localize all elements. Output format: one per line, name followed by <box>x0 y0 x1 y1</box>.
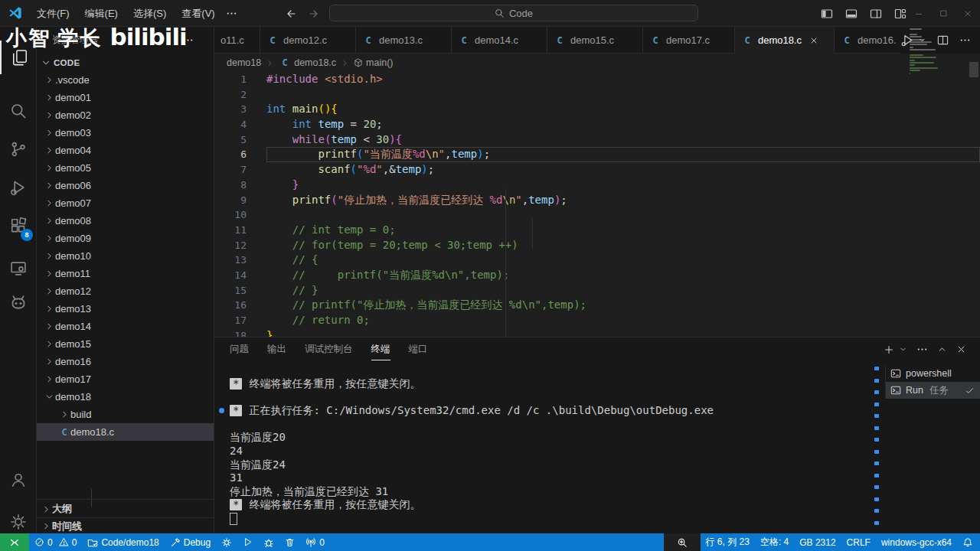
minimap[interactable] <box>910 28 949 75</box>
tab-o11.c[interactable]: o11.c <box>214 27 260 54</box>
account-icon[interactable] <box>0 463 36 497</box>
maximize-panel-icon[interactable] <box>937 344 947 354</box>
tree-item-demo06[interactable]: demo06 <box>37 177 214 194</box>
tab-demo16[interactable]: Cdemo16. <box>835 27 907 54</box>
toggle-sidebar-icon[interactable] <box>821 8 833 20</box>
menu-item-2[interactable]: 编辑(E) <box>77 5 126 23</box>
tree-item-demo15[interactable]: demo15 <box>37 335 214 353</box>
panel-tab-端口[interactable]: 端口 <box>409 343 428 360</box>
back-icon[interactable] <box>285 8 297 20</box>
ai-assistant-icon[interactable] <box>0 285 36 319</box>
tree-item-demo01[interactable]: demo01 <box>37 89 214 106</box>
search-sidebar-icon[interactable] <box>0 94 36 128</box>
bug-status-icon[interactable] <box>258 533 279 551</box>
code-line: 13 // { <box>214 253 980 268</box>
panel-tab-调试控制台[interactable]: 调试控制台 <box>305 343 353 360</box>
menu-item-1[interactable]: 文件(F) <box>29 5 77 23</box>
problems-status[interactable]: 0 0 <box>29 533 82 551</box>
tree-item-label: demo08 <box>55 215 91 227</box>
tree-item-demo03[interactable]: demo03 <box>37 124 214 142</box>
remote-explorer-icon[interactable] <box>0 251 36 285</box>
tab-demo14.c[interactable]: Cdemo14.c <box>452 27 547 54</box>
command-center-search[interactable]: Code <box>329 5 698 21</box>
breadcrumb-item-demo18c[interactable]: Cdemo18.c <box>279 57 336 68</box>
tree-item-demo16[interactable]: demo16 <box>37 353 214 370</box>
tree-item-demo08[interactable]: demo08 <box>37 212 214 230</box>
toggle-secondary-sidebar-icon[interactable] <box>870 8 882 20</box>
trash-status-icon[interactable] <box>279 533 300 551</box>
workspace-section-header[interactable]: CODE <box>40 57 80 68</box>
tree-item-demo05[interactable]: demo05 <box>37 159 214 177</box>
menu-item-4[interactable]: 查看(V) <box>174 5 222 23</box>
close-window-icon[interactable] <box>956 9 980 18</box>
toggle-panel-icon[interactable] <box>845 8 858 20</box>
tab-demo18.c[interactable]: Cdemo18.c <box>735 27 835 54</box>
forward-icon[interactable] <box>308 8 320 20</box>
breadcrumb-item-demo18[interactable]: demo18 <box>227 57 261 68</box>
tree-item-demo11[interactable]: demo11 <box>37 265 214 282</box>
tree-item-demo07[interactable]: demo07 <box>37 194 214 212</box>
code-editor[interactable]: 1#include <stdio.h>23int main(){4 int te… <box>214 72 980 337</box>
ports-status[interactable]: 0 <box>300 533 330 551</box>
run-task-status-icon[interactable] <box>237 533 258 551</box>
tree-item-demo17[interactable]: demo17 <box>37 370 214 388</box>
panel-tab-输出[interactable]: 输出 <box>267 343 286 360</box>
notifications-bell-icon[interactable] <box>957 533 978 551</box>
tree-item-demo02[interactable]: demo02 <box>37 106 214 124</box>
terminal-scroll-decoration <box>874 390 879 394</box>
source-control-icon[interactable] <box>0 132 36 166</box>
debug-status[interactable]: Debug <box>165 533 216 551</box>
menu-overflow-icon[interactable] <box>226 8 237 19</box>
run-debug-icon[interactable] <box>0 171 36 204</box>
close-tab-icon[interactable] <box>809 36 818 45</box>
editor-scrollbar[interactable] <box>969 62 978 77</box>
panel-tab-问题[interactable]: 问题 <box>230 343 249 360</box>
eol-status[interactable]: CRLF <box>841 533 876 551</box>
timeline-section[interactable]: 时间线 <box>37 517 214 534</box>
terminal-dropdown-chevron-icon[interactable] <box>899 345 907 354</box>
tab-demo15.c[interactable]: Cdemo15.c <box>547 27 643 54</box>
terminal-instance-powershell[interactable]: powershell <box>886 365 980 382</box>
zoom-status-icon[interactable] <box>664 533 701 551</box>
new-terminal-icon[interactable] <box>884 344 894 355</box>
tab-demo12.c[interactable]: Cdemo12.c <box>260 27 356 54</box>
tree-item-.vscode[interactable]: .vscode <box>37 71 214 89</box>
cursor-position-status[interactable]: 行 6, 列 23 <box>701 533 755 551</box>
explorer-icon[interactable] <box>0 41 38 74</box>
maximize-icon[interactable] <box>931 9 956 18</box>
tree-item-build[interactable]: build <box>37 406 214 423</box>
panel-more-actions-icon[interactable] <box>916 344 928 355</box>
settings-status-icon[interactable] <box>216 533 237 551</box>
tree-item-demo09[interactable]: demo09 <box>37 230 214 247</box>
editor-more-actions-icon[interactable] <box>959 34 971 46</box>
tree-item-demo12[interactable]: demo12 <box>37 282 214 300</box>
terminal-instance-Run[interactable]: Run任务 <box>886 382 980 399</box>
nav-history <box>285 0 320 27</box>
terminal-output[interactable]: *终端将被任务重用，按任意键关闭。*正在执行任务: C:/Windows/Sys… <box>214 377 873 526</box>
tree-item-demo13[interactable]: demo13 <box>37 300 214 318</box>
tree-item-demo18.c[interactable]: Cdemo18.c <box>37 423 214 441</box>
tree-item-demo18[interactable]: demo18 <box>37 388 214 406</box>
menu-item-3[interactable]: 选择(S) <box>126 5 174 23</box>
compiler-status[interactable]: windows-gcc-x64 <box>876 533 957 551</box>
line-number: 11 <box>214 223 266 238</box>
tree-item-demo04[interactable]: demo04 <box>37 142 214 159</box>
remote-indicator[interactable] <box>0 533 29 551</box>
outline-section[interactable]: 大纲 <box>37 499 214 518</box>
minimize-icon[interactable] <box>906 9 931 18</box>
extensions-icon[interactable]: 8 <box>0 209 36 243</box>
encoding-status[interactable]: GB 2312 <box>794 533 841 551</box>
tab-demo13.c[interactable]: Cdemo13.c <box>356 27 452 54</box>
chevron-right-icon <box>43 163 55 173</box>
breadcrumb-item-main[interactable]: main() <box>354 57 393 68</box>
panel-tab-终端[interactable]: 终端 <box>371 343 390 360</box>
workspace-status[interactable]: Code/demo18 <box>82 533 164 551</box>
terminal-scrollbar[interactable] <box>874 367 880 533</box>
views-more-actions-icon[interactable] <box>182 34 194 46</box>
tree-item-demo14[interactable]: demo14 <box>37 318 214 335</box>
indentation-status[interactable]: 空格: 4 <box>755 533 794 551</box>
close-panel-icon[interactable] <box>956 344 966 354</box>
tab-demo17.c[interactable]: Cdemo17.c <box>643 27 735 54</box>
tree-item-demo10[interactable]: demo10 <box>37 247 214 265</box>
customize-layout-icon[interactable] <box>894 8 906 20</box>
